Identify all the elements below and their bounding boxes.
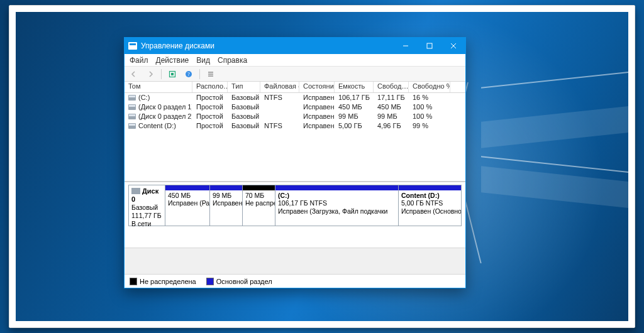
close-button[interactable] bbox=[441, 38, 465, 54]
table-row[interactable]: (Диск 0 раздел 1)ПростойБазовыйИсправен…… bbox=[125, 102, 465, 112]
partition-block[interactable]: 70 МБНе распре bbox=[242, 185, 275, 226]
menubar: Файл Действие Вид Справка bbox=[125, 54, 465, 67]
window-title: Управление дисками bbox=[141, 41, 214, 50]
help-icon: ? bbox=[185, 70, 192, 78]
forward-icon bbox=[147, 70, 154, 78]
toolbar-separator bbox=[161, 69, 162, 79]
refresh-button[interactable] bbox=[165, 68, 179, 80]
partition-block[interactable]: (C:)106,17 ГБ NTFSИсправен (Загрузка, Фа… bbox=[275, 185, 398, 226]
legend: Не распределена Основной раздел bbox=[125, 274, 465, 288]
volume-icon bbox=[128, 95, 136, 101]
volume-list[interactable]: Том Располо… Тип Файловая с… Состояние Е… bbox=[125, 82, 465, 182]
partition-block[interactable]: 99 МБИсправен (Ш bbox=[209, 185, 242, 226]
toolbar: ? bbox=[125, 67, 465, 82]
help-button[interactable]: ? bbox=[182, 68, 196, 80]
refresh-icon bbox=[169, 70, 176, 78]
app-icon bbox=[128, 42, 137, 50]
disk-label[interactable]: Диск 0 Базовый 111,77 ГБ В сети bbox=[129, 185, 165, 226]
legend-unallocated: Не распределена bbox=[130, 278, 196, 285]
svg-text:?: ? bbox=[187, 72, 190, 77]
menu-help[interactable]: Справка bbox=[218, 56, 247, 65]
forward-button[interactable] bbox=[143, 68, 157, 80]
close-icon bbox=[450, 43, 457, 49]
col-capacity[interactable]: Емкость bbox=[335, 82, 374, 92]
legend-swatch-blue bbox=[206, 278, 214, 285]
partition-block[interactable]: Content (D:)5,00 ГБ NTFSИсправен (Основн… bbox=[398, 185, 461, 226]
menu-file[interactable]: Файл bbox=[130, 56, 148, 65]
menu-view[interactable]: Вид bbox=[196, 56, 210, 65]
menu-action[interactable]: Действие bbox=[156, 56, 189, 65]
column-headers[interactable]: Том Располо… Тип Файловая с… Состояние Е… bbox=[125, 82, 465, 93]
titlebar[interactable]: Управление дисками bbox=[125, 38, 465, 54]
col-filesystem[interactable]: Файловая с… bbox=[260, 82, 299, 92]
disk-icon bbox=[131, 188, 140, 194]
maximize-button[interactable] bbox=[418, 38, 441, 54]
disk-management-window: Управление дисками Файл bbox=[124, 37, 466, 288]
col-free[interactable]: Свобод… bbox=[374, 82, 409, 92]
disk-status: В сети bbox=[131, 220, 151, 227]
svg-rect-0 bbox=[427, 43, 432, 48]
minimize-icon bbox=[402, 43, 409, 49]
back-icon bbox=[130, 70, 138, 78]
table-row[interactable]: (Диск 0 раздел 2)ПростойБазовыйИсправен…… bbox=[125, 112, 465, 121]
table-row[interactable]: (C:)ПростойБазовыйNTFSИсправен…106,17 ГБ… bbox=[125, 93, 465, 102]
settings-button[interactable] bbox=[204, 68, 218, 80]
legend-swatch-black bbox=[130, 278, 137, 285]
maximize-icon bbox=[426, 43, 433, 49]
disk-row[interactable]: Диск 0 Базовый 111,77 ГБ В сети 450 МБИс… bbox=[128, 185, 462, 226]
toolbar-separator bbox=[199, 69, 200, 79]
list-icon bbox=[207, 70, 214, 78]
legend-primary: Основной раздел bbox=[206, 278, 272, 285]
disk-layout: Диск 0 Базовый 111,77 ГБ В сети 450 МБИс… bbox=[125, 182, 465, 248]
minimize-button[interactable] bbox=[394, 38, 418, 54]
volume-icon bbox=[128, 123, 136, 129]
partition-block[interactable]: 450 МБИсправен (Разде bbox=[165, 185, 209, 226]
back-button[interactable] bbox=[127, 68, 141, 80]
table-row[interactable]: Content (D:)ПростойБазовыйNTFSИсправен…5… bbox=[125, 121, 465, 131]
col-layout[interactable]: Располо… bbox=[192, 82, 228, 92]
col-volume[interactable]: Том bbox=[125, 82, 192, 92]
volume-icon bbox=[128, 114, 136, 119]
col-free-pct[interactable]: Свободно % bbox=[409, 82, 450, 92]
col-type[interactable]: Тип bbox=[228, 82, 260, 92]
disk-size: 111,77 ГБ bbox=[131, 212, 162, 219]
spacer bbox=[125, 248, 465, 274]
col-state[interactable]: Состояние bbox=[299, 82, 335, 92]
disk-type: Базовый bbox=[131, 204, 158, 211]
volume-icon bbox=[128, 104, 136, 110]
